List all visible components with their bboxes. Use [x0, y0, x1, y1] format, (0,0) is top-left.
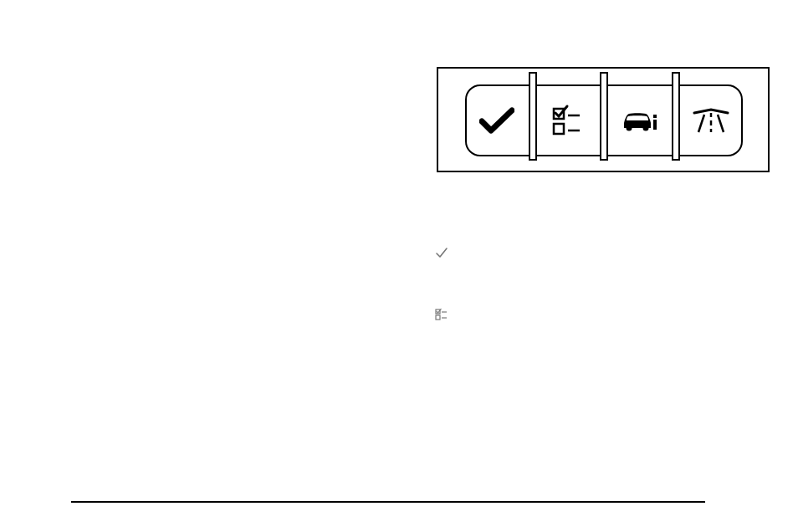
road-icon — [693, 108, 729, 133]
svg-rect-2 — [554, 124, 564, 134]
set-reset-button — [467, 86, 527, 155]
svg-line-12 — [718, 115, 724, 132]
customization-button — [539, 86, 599, 155]
button-divider — [670, 86, 682, 155]
dic-button-panel — [465, 84, 743, 156]
svg-point-4 — [626, 125, 632, 131]
svg-rect-15 — [436, 315, 440, 320]
page — [0, 0, 798, 532]
trip-fuel-button — [682, 86, 742, 155]
button-divider — [527, 86, 539, 155]
checklist-icon — [435, 308, 448, 321]
checklist-icon-inline — [435, 308, 448, 321]
svg-rect-7 — [653, 120, 657, 130]
check-icon-inline — [435, 246, 448, 259]
svg-rect-6 — [653, 115, 657, 118]
button-divider — [598, 86, 610, 155]
checklist-icon — [551, 104, 585, 137]
vehicle-information-button — [610, 86, 670, 155]
car-info-icon — [621, 108, 659, 133]
footer-rule — [71, 501, 705, 503]
svg-point-5 — [642, 125, 648, 131]
check-icon — [479, 106, 514, 135]
svg-line-11 — [698, 115, 704, 132]
dic-buttons-diagram — [437, 67, 770, 172]
check-icon — [435, 246, 448, 259]
